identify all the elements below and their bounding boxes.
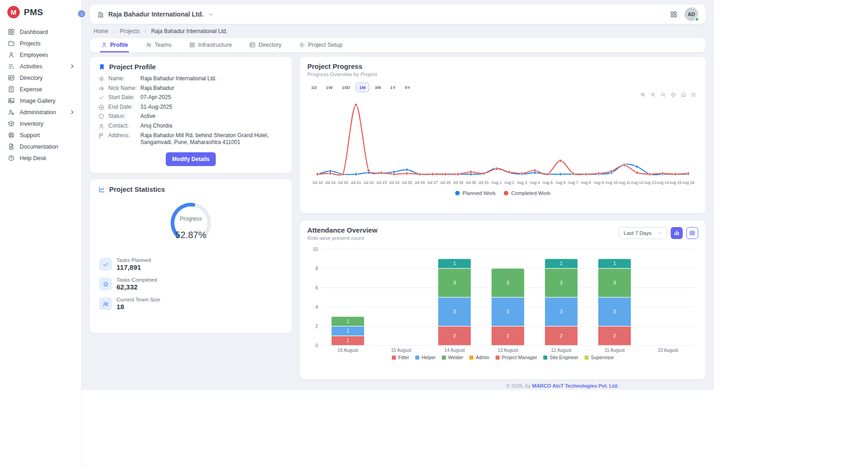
data-point-completed-work[interactable] xyxy=(418,173,421,176)
legend-admin[interactable]: Admin xyxy=(469,355,490,360)
reset-zoom-button[interactable] xyxy=(680,92,686,98)
range-1w[interactable]: 1W xyxy=(323,83,337,92)
tab-directory[interactable]: Directory xyxy=(248,38,282,52)
range-1m[interactable]: 1M xyxy=(356,83,369,92)
data-point-completed-work[interactable] xyxy=(610,170,613,172)
data-point-planned-work[interactable] xyxy=(406,168,408,171)
range-5y[interactable]: 5Y xyxy=(401,83,414,92)
pan-button[interactable] xyxy=(670,92,676,98)
data-point-completed-work[interactable] xyxy=(482,172,485,175)
modify-details-button[interactable]: Modify Details xyxy=(166,152,216,166)
tab-project-setup[interactable]: Project Setup xyxy=(298,38,343,52)
menu-button[interactable] xyxy=(690,92,696,98)
field-label: Start Date: xyxy=(108,94,137,101)
legend-supervisor[interactable]: Supervisor xyxy=(584,355,614,360)
data-point-completed-work[interactable] xyxy=(329,172,332,175)
data-point-completed-work[interactable] xyxy=(444,173,447,176)
sidebar-item-help-desk[interactable]: Help Desk xyxy=(0,152,81,164)
data-point-completed-work[interactable] xyxy=(393,173,395,176)
legend-label: Helper xyxy=(422,355,436,360)
data-point-completed-work[interactable] xyxy=(546,173,549,176)
data-point-completed-work[interactable] xyxy=(687,172,690,175)
tab-infrastructure[interactable]: Infrastructure xyxy=(188,38,233,52)
sidebar-item-expense[interactable]: Expense xyxy=(0,83,81,95)
data-point-planned-work[interactable] xyxy=(355,173,357,176)
breadcrumb-raja-bahadur-international-ltd[interactable]: Raja Bahadur International Ltd. xyxy=(151,28,227,34)
user-avatar[interactable]: AD xyxy=(684,7,698,21)
sidebar-item-dashboard[interactable]: Dashboard xyxy=(0,26,81,38)
data-point-completed-work[interactable] xyxy=(380,171,383,174)
data-point-completed-work[interactable] xyxy=(508,171,511,173)
footer-link[interactable]: MARCO AIoT Technologies Pvt. Ltd. xyxy=(532,383,618,389)
field-label: Address: xyxy=(108,132,137,139)
legend-project-manager[interactable]: Project Manager xyxy=(495,355,537,360)
legend-completed-work[interactable]: Completed Work xyxy=(504,190,550,196)
data-point-completed-work[interactable] xyxy=(355,104,357,106)
breadcrumb-projects[interactable]: Projects xyxy=(120,28,139,34)
data-point-completed-work[interactable] xyxy=(636,171,639,174)
data-point-completed-work[interactable] xyxy=(572,172,574,175)
data-point-completed-work[interactable] xyxy=(559,159,562,162)
data-point-completed-work[interactable] xyxy=(367,169,370,172)
legend-fitter[interactable]: Fitter xyxy=(392,355,409,360)
range-1d[interactable]: 1D xyxy=(307,83,321,92)
data-point-completed-work[interactable] xyxy=(457,173,460,176)
legend-label: Supervisor xyxy=(591,355,614,360)
data-point-completed-work[interactable] xyxy=(661,172,664,175)
data-point-completed-work[interactable] xyxy=(431,173,434,176)
sidebar-item-administration[interactable]: Administration xyxy=(0,106,81,118)
gauge-label: Progress xyxy=(180,216,202,222)
chart-view-toggle[interactable] xyxy=(671,227,683,239)
logo-letter: M xyxy=(11,8,17,16)
data-point-completed-work[interactable] xyxy=(316,173,319,176)
x-axis-label: Jul 23 xyxy=(376,180,387,185)
data-point-completed-work[interactable] xyxy=(469,171,472,173)
company-selector[interactable]: Raja Bahadur International Ltd. xyxy=(97,11,214,18)
sidebar-item-image-gallery[interactable]: Image Gallery xyxy=(0,95,81,106)
app-logo[interactable]: M PMS xyxy=(0,0,81,25)
data-point-completed-work[interactable] xyxy=(406,172,408,175)
selection-zoom-button[interactable] xyxy=(660,92,666,98)
legend-welder[interactable]: Welder xyxy=(442,355,463,360)
range-1y[interactable]: 1Y xyxy=(386,83,399,92)
sidebar-item-employees[interactable]: Employees xyxy=(0,49,81,61)
data-point-completed-work[interactable] xyxy=(623,164,626,167)
data-point-completed-work[interactable] xyxy=(648,173,651,176)
sidebar-item-directory[interactable]: Directory xyxy=(0,72,81,83)
data-point-completed-work[interactable] xyxy=(534,169,536,172)
sidebar-item-activities[interactable]: Activities xyxy=(0,61,81,72)
data-point-planned-work[interactable] xyxy=(636,165,639,168)
sidebar-item-projects[interactable]: Projects xyxy=(0,38,81,49)
legend-marker xyxy=(392,356,396,360)
data-point-completed-work[interactable] xyxy=(597,172,600,175)
data-point-completed-work[interactable] xyxy=(495,167,498,170)
y-axis-label: 6 xyxy=(315,285,318,290)
data-point-completed-work[interactable] xyxy=(342,173,345,176)
tab-profile[interactable]: Profile xyxy=(100,38,129,52)
legend-helper[interactable]: Helper xyxy=(415,355,436,360)
attendance-bar-chart[interactable]: 024681016 August11115 August14 August233… xyxy=(307,245,698,354)
sidebar-item-inventory[interactable]: Inventory xyxy=(0,118,81,129)
flag-icon xyxy=(98,133,105,139)
data-point-completed-work[interactable] xyxy=(521,172,523,175)
data-point-planned-work[interactable] xyxy=(559,173,562,176)
data-point-completed-work[interactable] xyxy=(584,173,587,176)
progress-line-chart[interactable]: Jul 18Jul 19Jul 20Jul 21Jul 22Jul 23Jul … xyxy=(307,93,698,190)
sidebar-item-support[interactable]: Support xyxy=(0,129,81,141)
sidebar-item-documentation[interactable]: Documentation xyxy=(0,141,81,152)
range-3m[interactable]: 3M xyxy=(371,83,385,92)
sidebar-item-label-administration: Administration xyxy=(20,109,56,116)
zoom-out-icon xyxy=(650,92,656,98)
zoom-out-button[interactable] xyxy=(650,92,656,98)
legend-site-engineer[interactable]: Site Engineer xyxy=(543,355,579,360)
table-view-toggle[interactable] xyxy=(686,227,698,239)
range-15d[interactable]: 15D xyxy=(338,83,354,92)
days-filter-select[interactable]: Last 7 Days xyxy=(619,227,667,239)
sidebar-collapse-button[interactable] xyxy=(77,9,86,18)
zoom-in-button[interactable] xyxy=(640,92,646,98)
data-point-completed-work[interactable] xyxy=(674,173,677,176)
tab-teams[interactable]: Teams xyxy=(145,38,172,52)
legend-planned-work[interactable]: Planned Work xyxy=(455,190,495,196)
breadcrumb-home[interactable]: Home xyxy=(94,28,108,34)
apps-grid-button[interactable] xyxy=(670,11,678,18)
